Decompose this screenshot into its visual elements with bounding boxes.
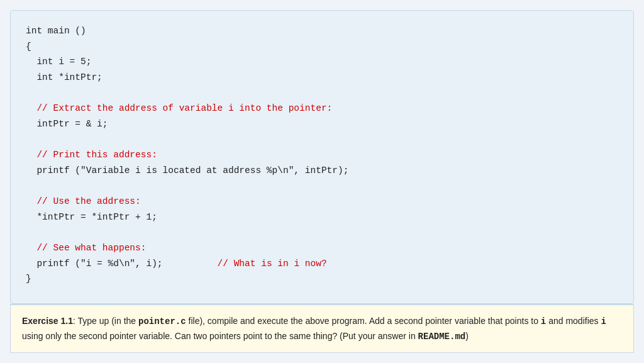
code-line-1: int main ()	[26, 26, 86, 36]
exercise-var2-bold: i	[601, 316, 606, 326]
exercise-text-end: using only the second pointer variable. …	[22, 331, 418, 341]
exercise-label-bold: Exercise 1.1	[22, 316, 73, 326]
code-line-2: {	[26, 42, 31, 52]
exercise-text-before: : Type up (in the	[73, 316, 138, 326]
exercise-var1: i	[541, 316, 546, 327]
code-line-7: intPtr = & i;	[26, 119, 108, 129]
exercise-var2: i	[601, 316, 606, 327]
code-line-10: printf ("Variable i is located at addres…	[26, 165, 348, 176]
code-content: int main () { int i = 5; int *intPtr; //…	[26, 23, 618, 287]
code-comment-3: // Use the address:	[26, 196, 141, 206]
code-panel: int main () { int i = 5; int *intPtr; //…	[10, 10, 634, 304]
exercise-var1-bold: i	[541, 316, 546, 326]
code-comment-2: // Print this address:	[26, 150, 157, 160]
code-line-3: int i = 5;	[26, 57, 91, 67]
code-inline-comment: // What is in i now?	[218, 259, 327, 269]
code-comment-1: // Extract the address of variable i int…	[26, 103, 332, 113]
exercise-readme-bold: README.md	[418, 331, 466, 341]
exercise-text-final: )	[465, 331, 469, 341]
exercise-text-after: file), compile and execute the above pro…	[186, 316, 541, 326]
code-line-13: *intPtr = *intPtr + 1;	[26, 212, 157, 222]
exercise-panel: Exercise 1.1: Type up (in the pointer.c …	[10, 304, 634, 353]
exercise-file: pointer.c	[138, 316, 186, 327]
code-comment-4: // See what happens:	[26, 243, 146, 253]
exercise-readme: README.md	[418, 332, 466, 342]
exercise-label: Exercise 1.1	[22, 316, 73, 326]
code-line-16: printf ("i = %d\n", i); // What is in i …	[26, 259, 327, 269]
exercise-text-mid: and modifies	[546, 316, 601, 326]
code-line-17: }	[26, 274, 31, 284]
exercise-file-bold: pointer.c	[138, 316, 186, 326]
code-line-4: int *intPtr;	[26, 72, 103, 82]
